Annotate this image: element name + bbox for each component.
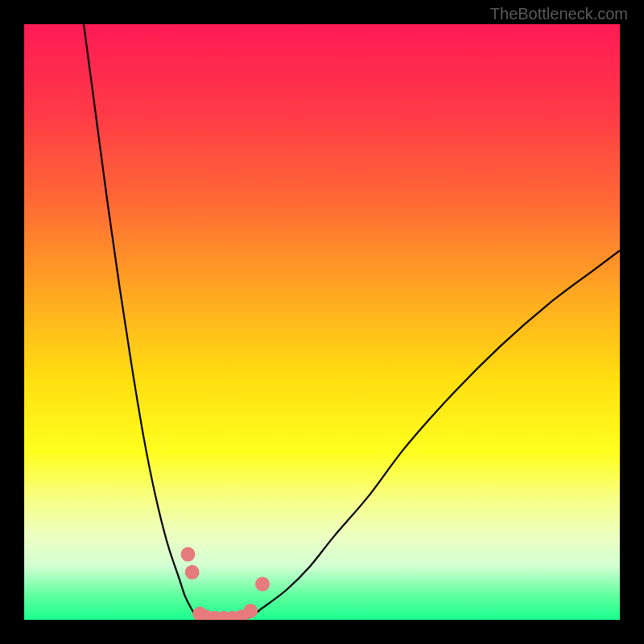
gradient-background xyxy=(24,24,620,620)
watermark-text: TheBottleneck.com xyxy=(490,5,628,23)
data-point-8 xyxy=(243,604,258,618)
data-point-1 xyxy=(185,565,200,580)
bottleneck-chart xyxy=(24,24,620,620)
data-point-0 xyxy=(181,547,196,562)
data-point-9 xyxy=(255,577,270,592)
chart-plot-area xyxy=(24,24,620,620)
